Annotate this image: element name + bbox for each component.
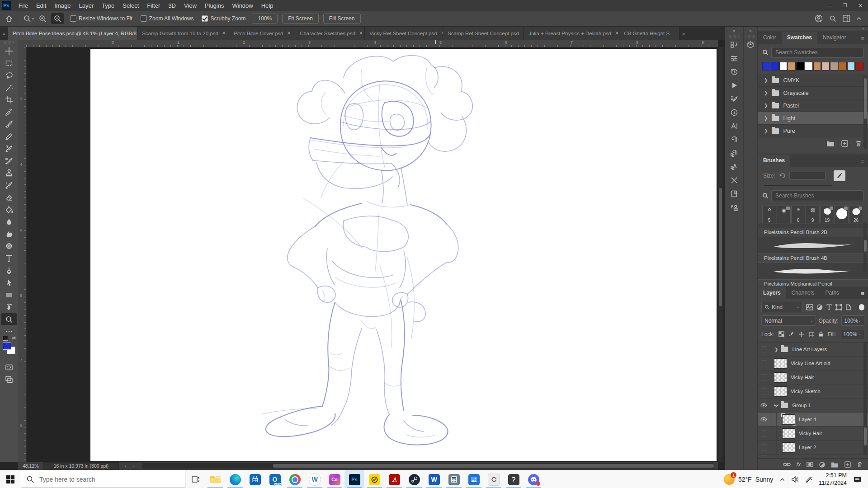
horizontal-scrollbar[interactable]: [142, 463, 714, 469]
minimize-button[interactable]: —: [822, 0, 837, 11]
pen-tool[interactable]: [1, 264, 17, 277]
volume-icon[interactable]: [792, 476, 799, 483]
swatch[interactable]: [762, 62, 770, 70]
vertical-scrollbar[interactable]: [718, 47, 723, 462]
search-icon[interactable]: [829, 15, 836, 22]
swatch-search-input[interactable]: [771, 47, 863, 58]
tab-overflow-left-icon[interactable]: »: [0, 31, 8, 36]
edge-icon[interactable]: [225, 470, 245, 488]
swatch-group-pastel[interactable]: ❯Pastel: [758, 99, 868, 112]
ticktick-icon[interactable]: [364, 470, 384, 488]
weather-widget[interactable]: 1 52°F Sunny: [724, 474, 773, 485]
layer-row-layer-4[interactable]: Layer 4: [758, 413, 868, 427]
delete-layer-icon[interactable]: [857, 461, 863, 468]
size-input[interactable]: [789, 172, 826, 180]
wacom-center-icon[interactable]: W: [305, 470, 325, 488]
brush-preset[interactable]: 9: [806, 206, 820, 223]
brush-search-input[interactable]: [771, 190, 863, 201]
character-panel-icon[interactable]: [725, 119, 743, 133]
opacity-dropdown[interactable]: 100%⌄: [841, 315, 864, 326]
brush-preset[interactable]: 5: [762, 206, 776, 223]
rotate-view-tool[interactable]: [1, 301, 17, 313]
actions-icon[interactable]: [725, 79, 743, 92]
microsoft-store-icon[interactable]: [245, 470, 265, 488]
file-explorer-icon[interactable]: [205, 470, 225, 488]
clock[interactable]: 2:51 PM 11/27/2024: [819, 472, 847, 488]
close-button[interactable]: ✕: [853, 0, 868, 11]
eraser-tool[interactable]: [1, 191, 17, 203]
menu-3d[interactable]: 3D: [164, 2, 180, 9]
visibility-toggle[interactable]: [758, 385, 770, 398]
task-view-button[interactable]: [185, 470, 205, 488]
menu-filter[interactable]: Filter: [143, 2, 164, 9]
zoom-tool-icon[interactable]: ▾: [23, 14, 34, 23]
clip-studio-paint-icon[interactable]: [504, 470, 524, 488]
steam-icon[interactable]: [404, 470, 424, 488]
clip-studio-icon[interactable]: [484, 470, 504, 488]
swatch[interactable]: [847, 62, 855, 70]
visibility-toggle[interactable]: [758, 427, 770, 440]
visibility-toggle[interactable]: [758, 371, 770, 384]
brush-tool[interactable]: [1, 118, 17, 130]
chrome-icon[interactable]: [285, 470, 305, 488]
layer-thumbnail[interactable]: [782, 414, 795, 425]
menu-type[interactable]: Type: [98, 2, 118, 9]
paint-bucket-tool[interactable]: [1, 203, 17, 216]
zoom-100-button[interactable]: 100%: [252, 14, 278, 23]
brush-name[interactable]: Pixelstains Pencil Brush 4B: [758, 254, 868, 263]
zoom-tool[interactable]: [1, 313, 17, 325]
info-icon[interactable]: [725, 106, 743, 119]
tab-layers[interactable]: Layers: [758, 287, 786, 299]
tab-pitch-bible-cover[interactable]: Pitch Bible Cover.psd✕: [229, 27, 295, 40]
brush-preset[interactable]: [777, 206, 791, 223]
brush-preset[interactable]: 26: [849, 206, 863, 223]
collapse-dock-icon[interactable]: »: [862, 26, 864, 31]
panel-menu-icon[interactable]: ≡: [861, 35, 864, 42]
calculator-icon[interactable]: [444, 470, 464, 488]
brush-preset[interactable]: [835, 206, 849, 223]
fill-dropdown[interactable]: 100%⌄: [840, 329, 864, 339]
swatch-group-light[interactable]: ❯Light: [758, 112, 868, 125]
tab-scamp-growth[interactable]: Scamp Growth from 10 to 20.psd✕: [137, 27, 229, 40]
swatch[interactable]: [839, 62, 847, 70]
lock-transparency-icon[interactable]: [778, 331, 784, 337]
tab-channels[interactable]: Channels: [786, 287, 820, 299]
smudge-tool[interactable]: [1, 228, 17, 240]
layer-row-vicky-sketch[interactable]: Vicky Sketch: [758, 385, 868, 399]
visibility-toggle[interactable]: [758, 357, 770, 370]
tab-scamp-ref-sheet[interactable]: Scamp Ref Sheet Concept.psd✕: [443, 27, 524, 40]
tab-character-sketches[interactable]: Character Sketches.psd✕: [295, 27, 365, 40]
adjustment-layer-icon[interactable]: [819, 462, 825, 468]
add-mask-icon[interactable]: [807, 462, 813, 467]
zoom-out-button[interactable]: [51, 13, 64, 24]
new-layer-icon[interactable]: [844, 461, 851, 468]
paragraph-panel-icon[interactable]: [725, 133, 743, 146]
photos-icon[interactable]: [464, 470, 484, 488]
filter-adjustment-layers-icon[interactable]: [816, 304, 823, 310]
action-center-icon[interactable]: [853, 476, 862, 483]
menu-window[interactable]: Window: [228, 2, 257, 9]
menu-image[interactable]: Image: [50, 2, 75, 9]
close-tab-icon[interactable]: ✕: [359, 30, 363, 36]
dodge-tool[interactable]: [1, 240, 17, 252]
brush-preset[interactable]: 19: [820, 206, 834, 223]
object-selection-tool[interactable]: [1, 81, 17, 94]
layer-thumbnail[interactable]: [774, 386, 787, 397]
character-styles-icon[interactable]: [725, 160, 743, 174]
layer-styles-icon[interactable]: fx: [797, 461, 801, 468]
fit-screen-button[interactable]: Fit Screen: [282, 14, 319, 23]
photoshop-taskbar-icon[interactable]: Ps: [344, 470, 364, 488]
filter-type-layers-icon[interactable]: [826, 304, 832, 310]
swatch-group-grayscale[interactable]: ❯Grayscale: [758, 87, 868, 99]
glyphs-panel-icon[interactable]: [725, 146, 743, 160]
menu-layer[interactable]: Layer: [75, 2, 98, 9]
creative-cloud-icon[interactable]: Co: [325, 470, 344, 488]
vertical-ruler[interactable]: 3 4 5 6 7 8: [18, 47, 27, 462]
blend-mode-dropdown[interactable]: Normal⌄: [761, 315, 816, 326]
menu-file[interactable]: File: [14, 2, 32, 9]
layer-row-vicky-hair[interactable]: Vicky Hair: [758, 371, 868, 385]
size-slider[interactable]: [764, 185, 832, 186]
swatch[interactable]: [813, 62, 821, 70]
taskbar-search[interactable]: [21, 471, 185, 488]
eyedropper-tool[interactable]: [1, 106, 17, 118]
